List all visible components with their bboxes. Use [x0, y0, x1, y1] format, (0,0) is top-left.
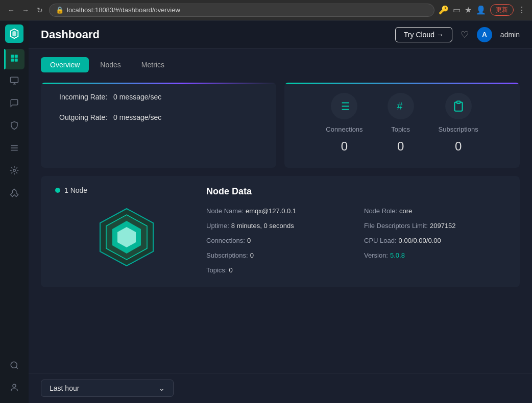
- lock-icon: 🔒: [56, 6, 64, 14]
- stats-row: Incoming Rate: 0 message/sec Outgoing Ra…: [41, 83, 520, 168]
- sidebar-item-plugins[interactable]: [4, 184, 25, 204]
- uptime-value: 8 minutes, 0 seconds: [231, 222, 294, 230]
- tab-metrics[interactable]: Metrics: [132, 57, 174, 72]
- try-cloud-button[interactable]: Try Cloud →: [395, 27, 452, 42]
- version-key: Version:: [364, 251, 388, 259]
- gear-icon: [10, 166, 19, 178]
- bell-icon[interactable]: ♡: [461, 29, 469, 40]
- sidebar-item-dashboard[interactable]: [4, 49, 25, 69]
- subscriptions-icon-bg: [445, 93, 472, 119]
- sidebar-item-clients[interactable]: [4, 94, 25, 114]
- key-icon: 🔑: [439, 5, 449, 15]
- tab-overview[interactable]: Overview: [41, 57, 89, 72]
- node-role-key: Node Role:: [364, 207, 397, 215]
- cpu-load-row: CPU Load: 0.00/0.00/0.00: [364, 237, 505, 244]
- sidebar-item-rules[interactable]: [4, 139, 25, 159]
- main-content: Dashboard Try Cloud → ♡ A admin Overview…: [29, 20, 532, 403]
- time-selector-label: Last hour: [50, 384, 79, 392]
- bottom-bar: Last hour ⌄: [29, 373, 532, 403]
- topics-value: 0: [397, 139, 404, 154]
- back-button[interactable]: ←: [6, 5, 16, 15]
- active-indicator: [4, 49, 6, 69]
- star-icon: ★: [465, 5, 472, 15]
- node-data-grid: Node Name: emqx@127.0.0.1 Node Role: cor…: [206, 207, 505, 274]
- outgoing-rate-label: Outgoing Rate: 0 message/sec: [55, 113, 262, 121]
- username: admin: [500, 31, 520, 39]
- app: Dashboard Try Cloud → ♡ A admin Overview…: [0, 20, 532, 403]
- chevron-down-icon: ⌄: [159, 384, 165, 392]
- node-data: Node Data Node Name: emqx@127.0.0.1 Node…: [198, 186, 505, 277]
- time-selector[interactable]: Last hour ⌄: [41, 380, 174, 397]
- sidebar-item-admin[interactable]: [4, 379, 25, 399]
- forward-button[interactable]: →: [20, 5, 31, 15]
- connections-icon-bg: [331, 93, 357, 119]
- svg-point-11: [11, 362, 17, 368]
- header: Dashboard Try Cloud → ♡ A admin: [29, 20, 532, 49]
- svg-rect-15: [456, 101, 460, 103]
- tab-nodes[interactable]: Nodes: [91, 57, 130, 72]
- uptime-row: Uptime: 8 minutes, 0 seconds: [206, 222, 348, 230]
- outgoing-label-text: Outgoing Rate:: [59, 113, 107, 121]
- hex-logo: [96, 207, 157, 277]
- content-area: Overview Nodes Metrics Incoming Rate: 0 …: [29, 49, 532, 373]
- sidebar-item-search[interactable]: [4, 356, 25, 376]
- connections-stat: Connections 0: [326, 93, 362, 154]
- search-icon: [10, 361, 19, 372]
- connections-label: Connections: [326, 125, 362, 133]
- topics-label: Topics: [391, 125, 410, 133]
- svg-rect-3: [15, 58, 18, 61]
- subscriptions-data-value: 0: [250, 251, 254, 259]
- incoming-rate-label: Incoming Rate: 0 message/sec: [55, 93, 262, 101]
- topics-icon-bg: #: [388, 93, 414, 119]
- svg-rect-2: [11, 58, 14, 61]
- shield-icon: [10, 121, 19, 133]
- subscriptions-key: Subscriptions:: [206, 251, 248, 259]
- cast-icon: ▭: [453, 5, 461, 15]
- node-left: 1 Node: [55, 186, 198, 277]
- svg-rect-0: [11, 55, 14, 58]
- tab-bar: Overview Nodes Metrics: [41, 57, 520, 72]
- browser-chrome: ← → ↻ 🔒 localhost:18083/#/dashboard/over…: [0, 0, 532, 20]
- connections-row: Connections: 0: [206, 237, 348, 244]
- svg-text:#: #: [397, 100, 402, 112]
- node-status-dot: [55, 188, 60, 193]
- avatar: A: [477, 27, 492, 42]
- subscriptions-row: Subscriptions: 0: [206, 251, 348, 259]
- node-name-key: Node Name:: [206, 207, 244, 215]
- sidebar-item-extensions[interactable]: [4, 161, 25, 182]
- node-role-value: core: [399, 207, 412, 215]
- monitor-icon: [10, 76, 19, 88]
- subscriptions-stat: Subscriptions 0: [439, 93, 478, 154]
- dashboard-icon: [10, 54, 19, 65]
- sidebar-item-monitor[interactable]: [4, 71, 25, 92]
- stats-icons-row: Connections 0 # Topics 0: [326, 93, 478, 154]
- fd-limit-key: File Descriptors Limit:: [364, 222, 428, 230]
- topics-row: Topics: 0: [206, 266, 348, 274]
- page-title: Dashboard: [41, 28, 100, 41]
- connections-value: 0: [341, 139, 348, 154]
- sidebar: [0, 20, 29, 403]
- incoming-rate-value: 0 message/sec: [113, 93, 161, 101]
- node-name-row: Node Name: emqx@127.0.0.1: [206, 207, 348, 215]
- clients-icon: [10, 98, 19, 110]
- topics-data-value: 0: [229, 266, 232, 274]
- svg-rect-4: [11, 77, 18, 83]
- sidebar-item-security[interactable]: [4, 116, 25, 137]
- url-text: localhost:18083/#/dashboard/overview: [67, 6, 180, 14]
- svg-rect-1: [15, 55, 18, 58]
- version-row: Version: 5.0.8: [364, 251, 505, 259]
- subscriptions-label: Subscriptions: [439, 125, 478, 133]
- url-bar[interactable]: 🔒 localhost:18083/#/dashboard/overview: [49, 4, 434, 17]
- app-logo: [5, 24, 23, 43]
- node-data-title: Node Data: [206, 186, 505, 197]
- cpu-load-key: CPU Load:: [364, 237, 397, 244]
- stats-card: Connections 0 # Topics 0: [284, 83, 520, 168]
- connections-data-value: 0: [247, 237, 251, 244]
- rules-icon: [10, 143, 19, 155]
- topics-key: Topics:: [206, 266, 227, 274]
- profile-icon: 👤: [476, 5, 486, 15]
- update-button[interactable]: 更新: [490, 4, 514, 16]
- menu-icon: ⋮: [518, 5, 526, 15]
- uptime-key: Uptime:: [206, 222, 229, 230]
- reload-button[interactable]: ↻: [35, 5, 45, 15]
